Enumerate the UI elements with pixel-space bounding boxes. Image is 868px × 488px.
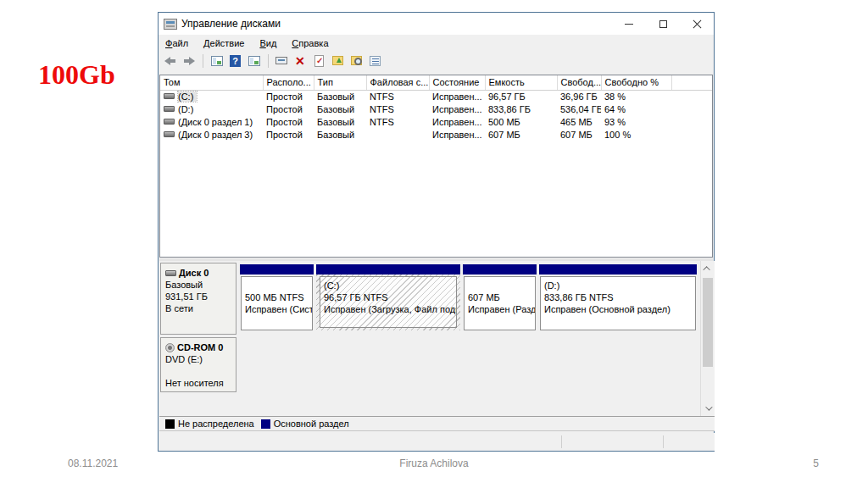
- show-hide-console-icon[interactable]: [247, 54, 262, 68]
- volume-name: (D:): [178, 104, 193, 114]
- properties-icon[interactable]: [368, 54, 383, 68]
- statusbar-separator: [663, 435, 664, 448]
- menu-view[interactable]: Вид: [259, 38, 276, 48]
- toolbar: ? ✕: [159, 52, 714, 70]
- cdrom-label-panel[interactable]: CD-ROM 0 DVD (E:) Нет носителя: [160, 337, 236, 392]
- partition-d[interactable]: (D:) 833,86 ГБ NTFS Исправен (Основной р…: [539, 264, 697, 330]
- delete-icon[interactable]: ✕: [293, 54, 309, 68]
- close-button[interactable]: [680, 13, 714, 35]
- partition-recovery[interactable]: 607 МБ Исправен (Разде: [463, 264, 537, 330]
- volume-table: Том Располо... Тип Файловая с... Состоян…: [160, 75, 713, 141]
- col-filesystem[interactable]: Файловая с...: [366, 75, 429, 90]
- maximize-icon: [659, 20, 667, 28]
- volume-name: (C:): [178, 92, 197, 102]
- forward-icon[interactable]: [181, 54, 197, 68]
- minimize-button[interactable]: [612, 13, 646, 35]
- legend-bar: Не распределена Основной раздел: [159, 416, 715, 431]
- menu-file[interactable]: Файл: [165, 38, 188, 48]
- maximize-button[interactable]: [646, 13, 680, 35]
- col-status[interactable]: Состояние: [429, 75, 485, 90]
- scrollbar-thumb[interactable]: [703, 278, 713, 367]
- titlebar[interactable]: Управление дисками: [159, 13, 714, 35]
- disk0-type: Базовый: [165, 279, 231, 291]
- col-free[interactable]: Свобод...: [557, 75, 601, 90]
- partition-c-selected[interactable]: (C:) 96,57 ГБ NTFS Исправен (Загрузка, Ф…: [316, 264, 460, 330]
- table-row[interactable]: (Диск 0 раздел 3) Простой Базовый Исправ…: [160, 128, 713, 141]
- toolbar-separator: [203, 54, 203, 68]
- volume-list-pane: Том Располо... Тип Файловая с... Состоян…: [159, 75, 713, 258]
- partition-color-bar: [539, 264, 697, 274]
- vertical-scrollbar[interactable]: [700, 261, 714, 416]
- table-header-row: Том Располо... Тип Файловая с... Состоян…: [160, 75, 713, 90]
- disk0-status: В сети: [165, 302, 231, 314]
- disk-management-icon: [164, 19, 177, 30]
- disk0-name: Диск 0: [179, 267, 209, 279]
- check-document-icon[interactable]: [312, 54, 327, 68]
- unallocated-swatch-icon: [165, 419, 175, 429]
- folder-search-icon[interactable]: [349, 54, 364, 68]
- volume-icon: [164, 131, 175, 137]
- primary-partition-swatch-icon: [261, 419, 270, 429]
- footer-page-number: 5: [813, 458, 819, 469]
- partition-system[interactable]: 500 МБ NTFS Исправен (Сист: [240, 264, 314, 330]
- table-row[interactable]: (D:) Простой Базовый NTFS Исправен... 83…: [160, 103, 713, 115]
- volume-icon: [164, 106, 175, 112]
- statusbar: [159, 433, 715, 451]
- volume-icon: [164, 119, 175, 125]
- legend-primary-partition: Основной раздел: [261, 419, 349, 429]
- disk-icon: [165, 270, 176, 276]
- back-icon[interactable]: [163, 54, 178, 68]
- disk-management-window: Управление дисками Файл Действие Вид Спр…: [158, 12, 715, 452]
- cdrom-drive: DVD (E:): [165, 353, 231, 365]
- cdrom-media: Нет носителя: [165, 377, 231, 389]
- table-row[interactable]: (C:) Простой Базовый NTFS Исправен... 96…: [160, 90, 713, 103]
- close-icon: [693, 19, 702, 29]
- window-title: Управление дисками: [181, 18, 281, 30]
- volume-icon: [164, 93, 175, 99]
- footer-author: Firuza Achilova: [0, 458, 868, 469]
- graphical-view-pane: Диск 0 Базовый 931,51 ГБ В сети 500 МБ N…: [159, 261, 715, 416]
- scroll-down-icon[interactable]: [701, 402, 715, 415]
- volume-name: (Диск 0 раздел 3): [178, 130, 253, 140]
- callout-icon[interactable]: [275, 54, 290, 68]
- legend-unallocated: Не распределена: [165, 419, 254, 429]
- partition-color-bar: [240, 264, 314, 274]
- table-row[interactable]: (Диск 0 раздел 1) Простой Базовый NTFS И…: [160, 115, 713, 128]
- volume-name: (Диск 0 раздел 1): [178, 117, 253, 127]
- presentation-slide: 100Gb Управление дисками Файл Действие В…: [0, 0, 868, 488]
- col-volume[interactable]: Том: [160, 75, 263, 90]
- menubar: Файл Действие Вид Справка: [159, 35, 714, 52]
- toolbar-separator: [268, 54, 269, 68]
- disk0-label-panel[interactable]: Диск 0 Базовый 931,51 ГБ В сети: [160, 263, 236, 335]
- partition-color-bar: [463, 264, 537, 274]
- cdrom-icon: [165, 343, 175, 352]
- folder-up-icon[interactable]: [331, 54, 346, 68]
- menu-help[interactable]: Справка: [292, 38, 328, 48]
- help-icon[interactable]: ?: [228, 54, 243, 68]
- partition-color-bar: [316, 264, 460, 274]
- minimize-icon: [625, 24, 633, 25]
- statusbar-separator: [561, 435, 562, 448]
- disk0-size: 931,51 ГБ: [165, 291, 231, 302]
- console-window-icon[interactable]: [209, 54, 225, 68]
- col-empty: [671, 75, 713, 90]
- annotation-100gb: 100Gb: [38, 59, 115, 91]
- col-capacity[interactable]: Емкость: [485, 75, 557, 90]
- scroll-up-icon[interactable]: [701, 262, 715, 275]
- cdrom-name: CD-ROM 0: [177, 341, 223, 353]
- menu-action[interactable]: Действие: [203, 38, 244, 48]
- col-layout[interactable]: Располо...: [263, 75, 314, 90]
- col-free-pct[interactable]: Свободно %: [601, 75, 671, 90]
- col-type[interactable]: Тип: [314, 75, 366, 90]
